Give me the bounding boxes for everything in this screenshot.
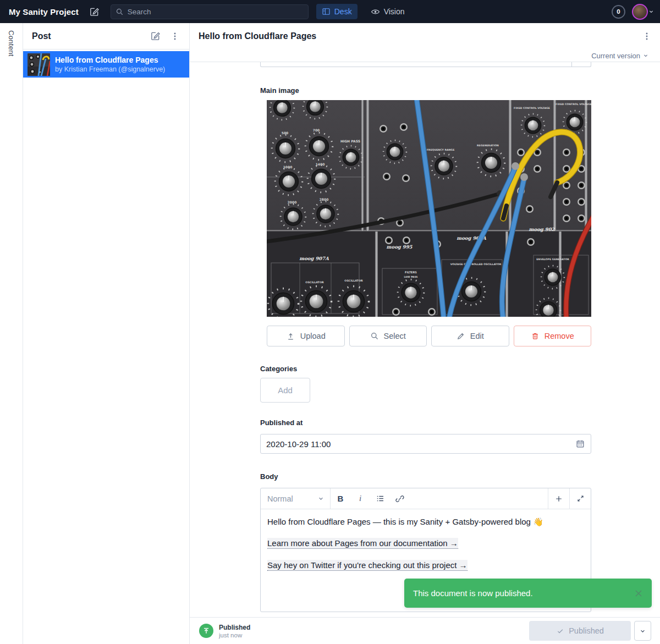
remove-label: Remove: [544, 332, 574, 340]
insert-block-button[interactable]: [549, 494, 569, 503]
upload-icon: [286, 332, 295, 341]
post-pane-header: Post: [23, 23, 189, 49]
version-label: Current version: [591, 52, 640, 60]
remove-button[interactable]: Remove: [514, 326, 592, 346]
photo-label: 2000: [288, 200, 297, 204]
new-document-button[interactable]: [146, 27, 164, 45]
body-paragraph: Hello from Cloudflare Pages — this is my…: [267, 516, 584, 527]
post-item-subtitle: by Kristian Freeman (@signalnerve): [55, 65, 165, 73]
upload-button[interactable]: Upload: [267, 326, 345, 346]
photo-label: FREQUENCY RANGE: [427, 148, 455, 151]
link-icon: [395, 494, 404, 503]
select-label: Select: [384, 332, 406, 340]
add-category-button[interactable]: Add: [260, 378, 310, 403]
photo-label: 1400: [316, 162, 325, 166]
document-menu-button[interactable]: [638, 27, 656, 45]
link-button[interactable]: [390, 488, 410, 509]
photo-label: HIGH PASS: [340, 139, 360, 143]
photo-label: 700: [313, 128, 320, 132]
notifications-badge[interactable]: 0: [612, 5, 625, 19]
sanity-studio: My Sanity Project Desk Vision 0 Content: [0, 0, 660, 644]
edit-button[interactable]: Edit: [431, 326, 509, 346]
document-footer: Published just now Published: [190, 617, 660, 644]
document-pane: Hello from Cloudflare Pages Current vers…: [190, 23, 660, 644]
document-title: Hello from Cloudflare Pages: [199, 31, 316, 41]
photo-label: 2800: [320, 197, 329, 201]
desk-icon: [322, 7, 331, 16]
tab-desk-label: Desk: [334, 7, 352, 16]
plus-icon: [554, 494, 563, 503]
body-label: Body: [260, 472, 278, 481]
published-at-input[interactable]: [266, 439, 575, 449]
edit-label: Edit: [470, 332, 484, 340]
publish-status: Published just now: [199, 624, 250, 639]
select-button[interactable]: Select: [349, 326, 427, 346]
chevron-down-icon: [639, 628, 646, 635]
block-style-value: Normal: [267, 494, 293, 503]
document-header: Hello from Cloudflare Pages Current vers…: [190, 23, 660, 62]
publish-menu-button[interactable]: [634, 621, 651, 641]
version-selector[interactable]: Current version: [591, 49, 649, 62]
photo-label: VOLTAGE CONTROLLED OSCILLATOR: [450, 263, 502, 266]
photo-label: moog 907A: [299, 256, 329, 261]
body-link[interactable]: Learn more about Pages from our document…: [267, 538, 458, 549]
navbar-right: 0: [612, 4, 660, 20]
chevron-down-icon: [642, 52, 649, 59]
project-title[interactable]: My Sanity Project: [0, 7, 86, 16]
upload-label: Upload: [300, 332, 326, 340]
tab-desk[interactable]: Desk: [316, 4, 358, 19]
calendar-icon[interactable]: [575, 439, 585, 449]
body-link[interactable]: Say hey on Twitter if you're checking ou…: [267, 560, 468, 571]
editor-toolbar: Normal B i: [261, 488, 591, 509]
publish-button[interactable]: Published: [529, 621, 631, 641]
publish-button-label: Published: [569, 626, 604, 635]
publish-status-time: just now: [219, 632, 250, 639]
search-input[interactable]: [128, 8, 304, 16]
publish-status-label: Published: [219, 624, 250, 631]
close-icon: [633, 588, 644, 599]
compose-icon[interactable]: [86, 3, 103, 20]
photo-label: moog 902: [529, 227, 556, 232]
published-icon: [199, 624, 213, 638]
check-icon: [556, 627, 564, 635]
image-actions: Upload Select Edit Remove: [267, 326, 591, 346]
eye-icon: [371, 7, 380, 16]
pane-menu-button[interactable]: [166, 27, 184, 45]
bold-button[interactable]: B: [331, 488, 350, 509]
user-menu[interactable]: [632, 4, 654, 20]
photo-label: FIXED CONTROL VOLTAGE: [514, 107, 550, 109]
list-item[interactable]: Hello from Cloudflare Pages by Kristian …: [23, 51, 189, 78]
pencil-icon: [457, 332, 465, 340]
published-at-field: [260, 434, 591, 454]
categories-label: Categories: [260, 365, 297, 373]
photo-label: FIXED CONTROL VOLTAGE: [556, 103, 591, 106]
compose-icon: [150, 31, 161, 41]
bullet-list-button[interactable]: [370, 488, 390, 509]
photo-label: FILTERS: [405, 271, 417, 274]
content-rail: Content: [0, 23, 23, 644]
published-at-label: Published at: [260, 419, 302, 427]
tab-vision[interactable]: Vision: [365, 4, 410, 19]
italic-button[interactable]: i: [350, 488, 370, 509]
body-editor-content[interactable]: Hello from Cloudflare Pages — this is my…: [261, 509, 591, 571]
publish-toast: This document is now published.: [404, 579, 652, 608]
main-image-preview[interactable]: 500 700 HIGH PASS 1000 1400 2000 2800: [267, 100, 591, 317]
photo-label: REGENERATION: [477, 144, 499, 147]
slug-field-partial[interactable]: [260, 62, 591, 67]
bullet-list-icon: [376, 494, 385, 503]
block-style-select[interactable]: Normal: [261, 488, 331, 509]
avatar: [632, 4, 648, 20]
post-pane: Post Hello from Cloudflare Pages by Kris…: [23, 23, 190, 644]
toast-close-button[interactable]: [633, 588, 644, 599]
expand-icon: [576, 494, 585, 503]
pane-title: Post: [32, 31, 51, 41]
chevron-down-icon: [317, 495, 324, 502]
document-form: Main image: [190, 62, 660, 617]
chevron-down-icon: [648, 8, 654, 15]
kebab-menu-icon: [642, 31, 652, 41]
tab-vision-label: Vision: [384, 7, 405, 16]
content-rail-label[interactable]: Content: [7, 30, 15, 57]
toast-message: This document is now published.: [413, 588, 533, 598]
photo-label: OSCILLATOR: [305, 281, 324, 284]
expand-editor-button[interactable]: [570, 494, 590, 503]
